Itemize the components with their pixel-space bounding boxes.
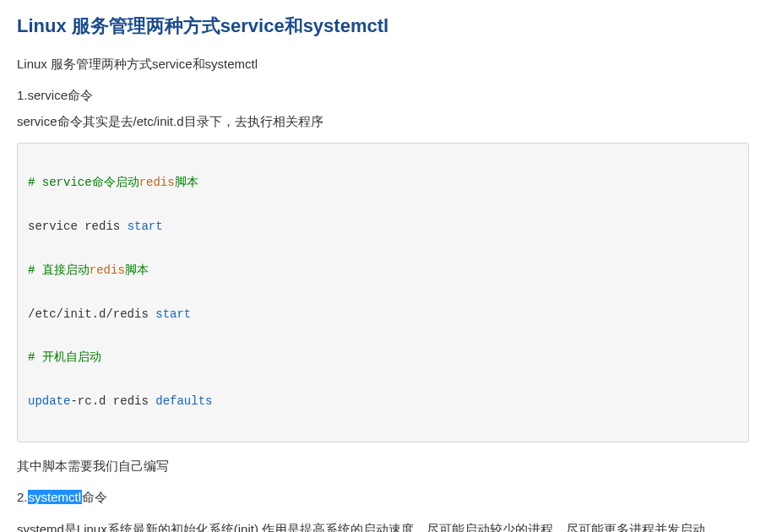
code1-l5-hash: # 开机自启动 bbox=[28, 350, 101, 364]
sec2-prefix: 2. bbox=[17, 490, 28, 504]
sec2-highlight: systemctl bbox=[28, 490, 83, 504]
code1-l1-redis: redis bbox=[139, 176, 175, 189]
code1-l2-start: start bbox=[128, 220, 163, 233]
code1-l4-start: start bbox=[155, 307, 191, 321]
code1-l1-tail: 脚本 bbox=[175, 176, 198, 189]
page-title: Linux 服务管理两种方式service和systemctl bbox=[17, 14, 749, 39]
code1-l6-mid: -rc.d redis bbox=[70, 394, 155, 408]
code1-l6-defaults: defaults bbox=[155, 394, 212, 408]
code1-l3-hash: # 直接启动 bbox=[28, 263, 90, 277]
section1-desc: service命令其实是去/etc/init.d目录下，去执行相关程序 bbox=[17, 111, 749, 131]
sec2-suffix: 命令 bbox=[82, 490, 107, 504]
section2-heading: 2.systemctl命令 bbox=[17, 487, 749, 507]
intro-paragraph: Linux 服务管理两种方式service和systemctl bbox=[17, 54, 749, 73]
code-block-1: # service命令启动redis脚本 service redis start… bbox=[17, 143, 749, 442]
code1-l1-hash: # service bbox=[28, 176, 92, 189]
code1-l3-tail: 脚本 bbox=[125, 263, 149, 277]
section2-p1: systemd是Linux系统最新的初始化系统(init),作用是提高系统的启动… bbox=[17, 519, 749, 532]
section1-heading: 1.service命令 bbox=[17, 85, 749, 105]
code1-l3-redis: redis bbox=[90, 263, 125, 277]
code1-l2-cmd: service redis bbox=[28, 220, 128, 233]
section1-note: 其中脚本需要我们自己编写 bbox=[17, 456, 749, 475]
code1-l6-update: update bbox=[28, 394, 70, 408]
code1-l4-path: /etc/init.d/redis bbox=[28, 307, 155, 321]
code1-l1-mid: 命令启动 bbox=[92, 176, 139, 189]
